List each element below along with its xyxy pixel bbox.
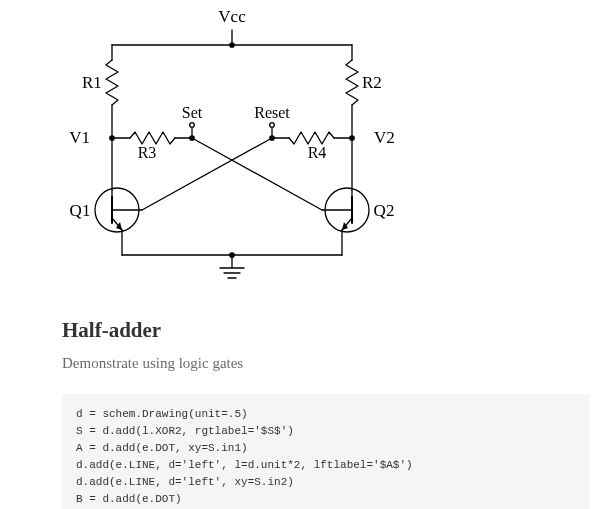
svg-point-15 [190,123,195,128]
code-line: A = d.add(e.DOT, xy=S.in1) [76,442,248,454]
code-block: d = schem.Drawing(unit=.5) S = d.add(l.X… [62,394,590,509]
r2-label: R2 [362,73,382,92]
code-line: S = d.add(l.XOR2, rgtlabel='$S$') [76,425,294,437]
section-description: Demonstrate using logic gates [62,355,602,372]
q1-label: Q1 [70,201,91,220]
set-label: Set [182,104,203,121]
section-heading: Half-adder [62,318,602,343]
code-line: d.add(e.LINE, d='left', xy=S.in2) [76,476,294,488]
svg-line-21 [192,138,322,210]
r3-label: R3 [138,144,157,161]
code-line: B = d.add(e.DOT) [76,493,182,505]
svg-line-22 [142,138,272,210]
svg-point-20 [270,123,275,128]
circuit-schematic: Vcc R1 V1 R2 V2 [62,0,602,290]
v2-label: V2 [374,128,395,147]
code-line: d.add(e.LINE, d='left', l=d.unit*2, lftl… [76,459,413,471]
r1-label: R1 [82,73,102,92]
flip-flop-diagram: Vcc R1 V1 R2 V2 [62,0,402,290]
v1-label: V1 [69,128,90,147]
r4-label: R4 [308,144,327,161]
vcc-label: Vcc [218,7,246,26]
reset-label: Reset [254,104,290,121]
q2-label: Q2 [374,201,395,220]
code-line: d = schem.Drawing(unit=.5) [76,408,248,420]
